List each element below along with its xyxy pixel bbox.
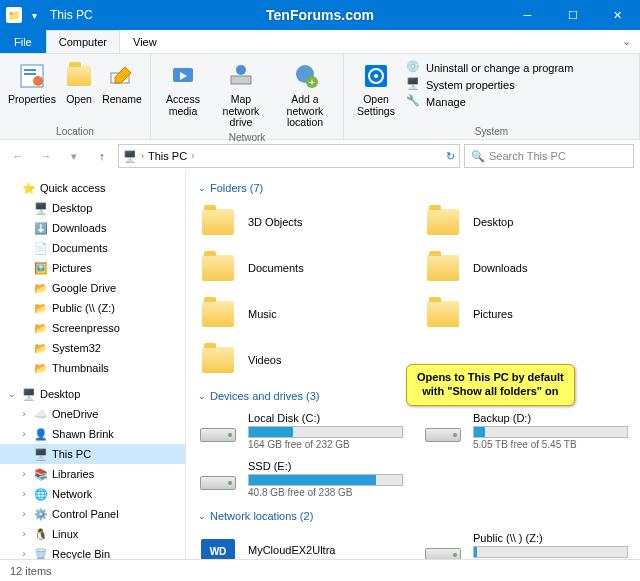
back-button[interactable]: ← [6, 144, 30, 168]
chevron-right-icon[interactable]: › [141, 151, 144, 161]
tree-icon: 📚 [33, 466, 49, 482]
computer-tab[interactable]: Computer [46, 30, 120, 53]
view-tab[interactable]: View [120, 30, 170, 53]
properties-button[interactable]: Properties [6, 58, 58, 125]
tree-item[interactable]: 🖼️Pictures [0, 258, 185, 278]
open-settings-button[interactable]: Open Settings [350, 58, 402, 125]
drive-item[interactable]: SSD (E:)40.8 GB free of 238 GB [198, 456, 403, 502]
tree-item[interactable]: 📂Public (\\ (Z:) [0, 298, 185, 318]
folder-item[interactable]: Videos [198, 338, 403, 382]
tree-label: Libraries [52, 468, 94, 480]
folder-item[interactable]: Desktop [423, 200, 628, 244]
drive-name: Local Disk (C:) [248, 412, 403, 424]
tree-item[interactable]: 🖥️This PC [0, 444, 185, 464]
folder-item[interactable]: Music [198, 292, 403, 336]
tree-item[interactable]: ›🌐Network [0, 484, 185, 504]
manage-button[interactable]: 🔧Manage [406, 94, 573, 110]
open-button[interactable]: Open [60, 58, 98, 125]
tree-label: Documents [52, 242, 108, 254]
tree-item[interactable]: 📄Documents [0, 238, 185, 258]
tree-item[interactable]: 📂Google Drive [0, 278, 185, 298]
tree-item[interactable]: ›👤Shawn Brink [0, 424, 185, 444]
ribbon-group-location: Properties Open Rename Location [0, 54, 151, 139]
tree-item[interactable]: ›☁️OneDrive [0, 404, 185, 424]
expand-icon[interactable]: ⌄ [6, 389, 18, 399]
forward-button[interactable]: → [34, 144, 58, 168]
folder-item[interactable]: Documents [198, 246, 403, 290]
folder-item[interactable]: Downloads [423, 246, 628, 290]
tree-label: Pictures [52, 262, 92, 274]
recent-button[interactable]: ▾ [62, 144, 86, 168]
minimize-button[interactable]: ─ [505, 0, 550, 30]
folder-icon [198, 294, 238, 334]
titlebar[interactable]: 📁 ▾ This PC TenForums.com ─ ☐ ✕ [0, 0, 640, 30]
svg-point-3 [33, 76, 43, 86]
tree-item[interactable]: ⭐Quick access [0, 178, 185, 198]
map-drive-button[interactable]: Map network drive [211, 58, 271, 131]
expand-icon[interactable]: › [18, 529, 30, 539]
uninstall-button[interactable]: 💿Uninstall or change a program [406, 60, 573, 76]
drive-item[interactable]: Local Disk (C:)164 GB free of 232 GB [198, 408, 403, 454]
netloc-item[interactable]: Public (\\ ) (Z:)7.13 TB free of 7.21 TB [423, 528, 628, 559]
tree-item[interactable]: ›⚙️Control Panel [0, 504, 185, 524]
drive-free: 40.8 GB free of 238 GB [248, 487, 403, 498]
access-media-button[interactable]: Access media [157, 58, 209, 131]
up-button[interactable]: ↑ [90, 144, 114, 168]
address-bar[interactable]: 🖥️ › This PC › ↻ [118, 144, 460, 168]
add-location-button[interactable]: +Add a network location [273, 58, 337, 131]
file-tab[interactable]: File [0, 30, 46, 53]
chevron-right-icon[interactable]: › [191, 151, 194, 161]
expand-icon[interactable]: › [18, 509, 30, 519]
netloc-item[interactable]: WDMyCloudEX2Ultra [198, 528, 403, 559]
maximize-button[interactable]: ☐ [550, 0, 595, 30]
tree-item[interactable]: 📂System32 [0, 338, 185, 358]
tree-item[interactable]: ⬇️Downloads [0, 218, 185, 238]
tree-label: OneDrive [52, 408, 98, 420]
ribbon: Properties Open Rename Location Access m… [0, 54, 640, 140]
drive-item[interactable]: Backup (D:)5.05 TB free of 5.45 TB [423, 408, 628, 454]
tree-item[interactable]: 📂Screenpresso [0, 318, 185, 338]
tree-item[interactable]: 🖥️Desktop [0, 198, 185, 218]
folder-item[interactable]: 3D Objects [198, 200, 403, 244]
qat-item[interactable]: ▾ [26, 7, 42, 23]
drive-icon [423, 411, 463, 451]
netloc-name: Public (\\ ) (Z:) [473, 532, 628, 544]
search-box[interactable]: 🔍 Search This PC [464, 144, 634, 168]
breadcrumb-thispc[interactable]: This PC [148, 150, 187, 162]
tree-item[interactable]: ⌄🖥️Desktop [0, 384, 185, 404]
expand-icon[interactable]: › [18, 489, 30, 499]
netloc-header[interactable]: ⌄Network locations (2) [198, 510, 628, 522]
drive-usage-bar [248, 474, 403, 486]
tree-item[interactable]: ›📚Libraries [0, 464, 185, 484]
content-pane[interactable]: ⌄Folders (7) 3D ObjectsDesktopDocumentsD… [186, 172, 640, 559]
expand-icon[interactable]: › [18, 409, 30, 419]
ribbon-expand-icon[interactable]: ⌄ [612, 30, 640, 53]
tree-icon: 🖥️ [33, 200, 49, 216]
tree-item[interactable]: ›🐧Linux [0, 524, 185, 544]
refresh-button[interactable]: ↻ [446, 150, 455, 163]
nav-tree[interactable]: ⭐Quick access🖥️Desktop⬇️Downloads📄Docume… [0, 172, 186, 559]
pc-icon: 🖥️ [123, 150, 137, 163]
rename-button[interactable]: Rename [100, 58, 144, 125]
folder-item[interactable]: Pictures [423, 292, 628, 336]
folder-name: Videos [248, 354, 281, 366]
tree-item[interactable]: 📂Thumbnails [0, 358, 185, 378]
chevron-down-icon: ⌄ [198, 511, 206, 521]
folders-header[interactable]: ⌄Folders (7) [198, 182, 628, 194]
expand-icon[interactable]: › [18, 549, 30, 559]
nav-bar: ← → ▾ ↑ 🖥️ › This PC › ↻ 🔍 Search This P… [0, 140, 640, 172]
tree-icon: 📂 [33, 340, 49, 356]
tree-item[interactable]: ›🗑️Recycle Bin [0, 544, 185, 559]
ribbon-group-system: Open Settings 💿Uninstall or change a pro… [344, 54, 640, 139]
close-button[interactable]: ✕ [595, 0, 640, 30]
folder-icon: 📁 [6, 7, 22, 23]
tree-label: Network [52, 488, 92, 500]
folder-icon [198, 248, 238, 288]
expand-icon[interactable]: › [18, 429, 30, 439]
svg-rect-7 [231, 76, 251, 84]
svg-rect-1 [24, 69, 36, 71]
system-properties-button[interactable]: 🖥️System properties [406, 77, 573, 93]
expand-icon[interactable]: › [18, 469, 30, 479]
drive-free: 164 GB free of 232 GB [248, 439, 403, 450]
tree-icon: ⚙️ [33, 506, 49, 522]
